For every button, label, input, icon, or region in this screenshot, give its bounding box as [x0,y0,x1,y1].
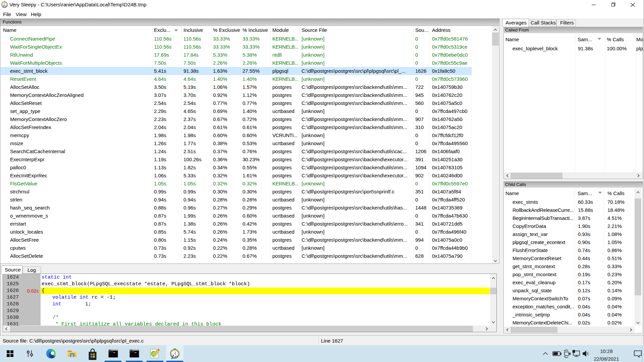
svg-text:C:\>: C:\> [130,351,134,353]
svg-text:Zzz: Zzz [2,4,7,8]
svg-text:C:\>: C:\> [109,351,113,353]
svg-text:Zzz: Zzz [170,353,178,360]
